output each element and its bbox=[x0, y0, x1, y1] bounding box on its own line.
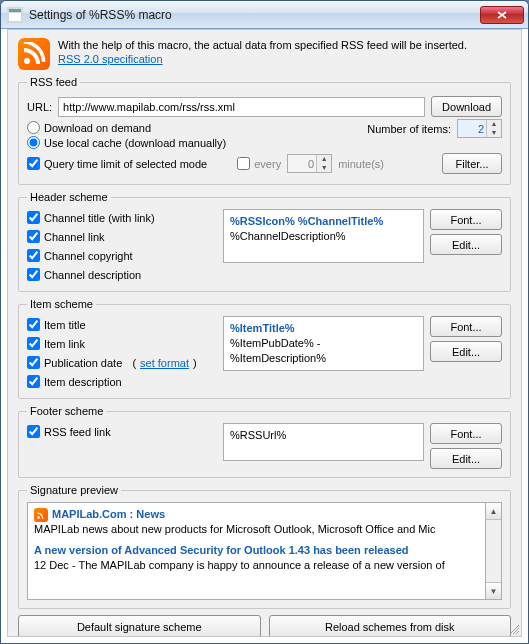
radio-download-on-demand[interactable]: Download on demand bbox=[27, 121, 361, 134]
resize-grip-icon[interactable] bbox=[507, 622, 519, 634]
spin-down-icon: ▼ bbox=[317, 164, 331, 173]
check-item-description[interactable]: Item description bbox=[27, 375, 217, 388]
footer-font-button[interactable]: Font... bbox=[430, 423, 502, 444]
dialog-window: Settings of %RSS% macro With the help of… bbox=[0, 0, 529, 644]
item-preview[interactable]: %ItemTitle% %ItemPubDate% - %ItemDescrip… bbox=[223, 316, 424, 371]
footer-scheme-legend: Footer scheme bbox=[27, 405, 106, 417]
header-scheme-legend: Header scheme bbox=[27, 191, 111, 203]
signature-preview: MAPILab.Com : News MAPILab news about ne… bbox=[27, 502, 485, 600]
rss-spec-link[interactable]: RSS 2.0 specification bbox=[58, 53, 163, 65]
every-unit: minute(s) bbox=[338, 158, 384, 170]
check-rss-feed-link[interactable]: RSS feed link bbox=[27, 425, 217, 438]
svg-point-4 bbox=[37, 516, 40, 519]
svg-rect-1 bbox=[9, 9, 21, 12]
reload-scheme-button[interactable]: Reload schemes from disk bbox=[269, 615, 512, 637]
intro: With the help of this macro, the actual … bbox=[18, 38, 511, 70]
footer-edit-button[interactable]: Edit... bbox=[430, 448, 502, 469]
header-edit-button[interactable]: Edit... bbox=[430, 234, 502, 255]
item-scheme-group: Item scheme Item title Item link Publica… bbox=[18, 298, 511, 399]
header-preview[interactable]: %RSSIcon% %ChannelTitle% %ChannelDescrip… bbox=[223, 209, 424, 263]
close-button[interactable] bbox=[480, 6, 524, 24]
header-font-button[interactable]: Font... bbox=[430, 209, 502, 230]
check-every[interactable]: every bbox=[237, 157, 281, 170]
intro-description: With the help of this macro, the actual … bbox=[58, 38, 467, 52]
app-icon bbox=[7, 7, 23, 23]
check-channel-link[interactable]: Channel link bbox=[27, 230, 217, 243]
rss-icon bbox=[18, 38, 50, 70]
check-query-time[interactable]: Query time limit of selected mode bbox=[27, 157, 207, 170]
default-scheme-button[interactable]: Default signature scheme bbox=[18, 615, 261, 637]
check-publication-date[interactable]: Publication date (set format) bbox=[27, 356, 217, 369]
rss-feed-group: RSS feed URL: Download Download on deman… bbox=[18, 76, 511, 185]
spin-up-icon: ▲ bbox=[317, 155, 331, 164]
rss-icon bbox=[34, 508, 48, 522]
item-scheme-legend: Item scheme bbox=[27, 298, 96, 310]
item-edit-button[interactable]: Edit... bbox=[430, 341, 502, 362]
check-channel-copyright[interactable]: Channel copyright bbox=[27, 249, 217, 262]
signature-preview-group: Signature preview MAPILab.Com : News MAP… bbox=[18, 484, 511, 609]
filter-button[interactable]: Filter... bbox=[442, 153, 502, 174]
check-channel-title[interactable]: Channel title (with link) bbox=[27, 211, 217, 224]
every-spinner: ▲▼ bbox=[287, 154, 332, 173]
num-items-spinner[interactable]: ▲▼ bbox=[457, 119, 502, 138]
window-title: Settings of %RSS% macro bbox=[29, 8, 480, 22]
item-font-button[interactable]: Font... bbox=[430, 316, 502, 337]
check-item-link[interactable]: Item link bbox=[27, 337, 217, 350]
footer-preview[interactable]: %RSSUrl% bbox=[223, 423, 424, 461]
check-channel-description[interactable]: Channel description bbox=[27, 268, 217, 281]
set-format-link[interactable]: set format bbox=[140, 357, 189, 369]
header-scheme-group: Header scheme Channel title (with link) … bbox=[18, 191, 511, 292]
signature-preview-legend: Signature preview bbox=[27, 484, 121, 496]
preview-scrollbar[interactable]: ▲ ▼ bbox=[485, 502, 502, 600]
rss-feed-legend: RSS feed bbox=[27, 76, 80, 88]
download-button[interactable]: Download bbox=[431, 96, 502, 117]
num-items-label: Number of items: bbox=[367, 123, 451, 135]
titlebar: Settings of %RSS% macro bbox=[1, 1, 528, 29]
spin-down-icon[interactable]: ▼ bbox=[487, 129, 501, 138]
scroll-up-icon[interactable]: ▲ bbox=[486, 503, 501, 520]
svg-rect-2 bbox=[9, 13, 21, 21]
check-item-title[interactable]: Item title bbox=[27, 318, 217, 331]
svg-point-3 bbox=[24, 58, 30, 64]
url-input[interactable] bbox=[58, 97, 425, 117]
dialog-body: With the help of this macro, the actual … bbox=[7, 29, 522, 637]
intro-text: With the help of this macro, the actual … bbox=[58, 38, 467, 70]
url-label: URL: bbox=[27, 101, 52, 113]
radio-use-local-cache[interactable]: Use local cache (download manually) bbox=[27, 136, 361, 149]
scroll-down-icon[interactable]: ▼ bbox=[486, 582, 501, 599]
footer-scheme-group: Footer scheme RSS feed link %RSSUrl% Fon… bbox=[18, 405, 511, 478]
spin-up-icon[interactable]: ▲ bbox=[487, 120, 501, 129]
